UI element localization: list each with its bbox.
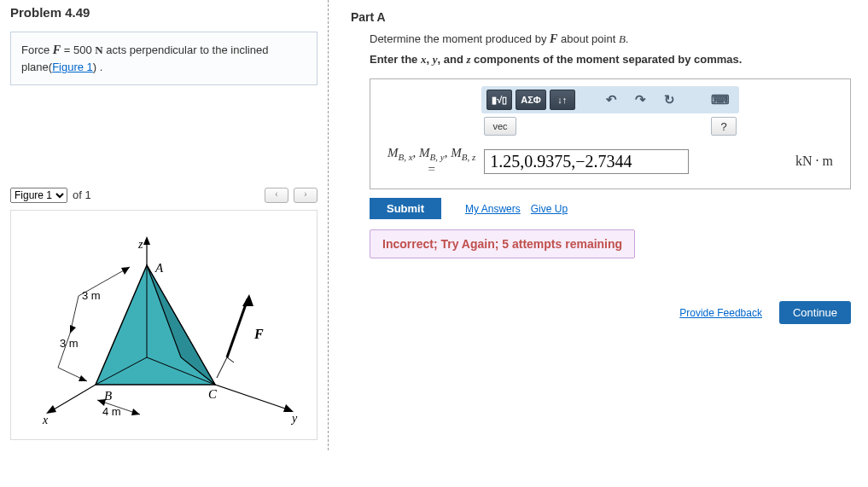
instruction-1: Determine the moment produced by F about… bbox=[370, 32, 851, 46]
figure-image: z x y F A B bbox=[10, 210, 317, 440]
keyboard-button[interactable]: ⌨ bbox=[707, 90, 734, 110]
force-symbol: F bbox=[53, 43, 61, 56]
svg-line-3 bbox=[50, 385, 96, 412]
template-button[interactable]: ▮√▯ bbox=[486, 90, 512, 110]
help-button[interactable]: ? bbox=[711, 117, 737, 136]
svg-text:3 m: 3 m bbox=[82, 289, 101, 302]
answer-box: ▮√▯ ΑΣΦ ↓↑ ↶ ↷ ↻ ⌨ vec ? MB, x, MB, y, M… bbox=[370, 78, 851, 189]
formula-toolbar: ▮√▯ ΑΣΦ ↓↑ ↶ ↷ ↻ ⌨ bbox=[481, 86, 739, 113]
continue-button[interactable]: Continue bbox=[779, 301, 851, 324]
subscript-arrows-button[interactable]: ↓↑ bbox=[550, 90, 575, 110]
svg-marker-23 bbox=[70, 325, 76, 333]
svg-line-6 bbox=[215, 385, 290, 410]
problem-title: Problem 4.49 bbox=[10, 5, 317, 20]
vec-button[interactable]: vec bbox=[484, 117, 516, 136]
svg-text:3 m: 3 m bbox=[60, 337, 79, 350]
my-answers-link[interactable]: My Answers bbox=[465, 203, 521, 215]
svg-text:x: x bbox=[42, 414, 49, 426]
problem-statement: Force F = 500 N acts perpendicular to th… bbox=[10, 32, 317, 85]
answer-units: kN · m bbox=[795, 154, 833, 169]
give-up-link[interactable]: Give Up bbox=[531, 203, 568, 215]
stmt-eq: = 500 bbox=[61, 43, 95, 56]
svg-marker-15 bbox=[242, 294, 253, 306]
svg-text:4 m: 4 m bbox=[102, 405, 121, 418]
svg-text:z: z bbox=[137, 238, 143, 251]
svg-marker-4 bbox=[46, 405, 56, 414]
reset-button[interactable]: ↻ bbox=[657, 90, 683, 110]
undo-button[interactable]: ↶ bbox=[599, 90, 625, 110]
instruction-2: Enter the x, y, and z components of the … bbox=[370, 53, 851, 67]
redo-button[interactable]: ↷ bbox=[628, 90, 654, 110]
svg-text:y: y bbox=[290, 412, 298, 425]
feedback-message: Incorrect; Try Again; 5 attempts remaini… bbox=[370, 229, 635, 258]
svg-line-14 bbox=[227, 299, 248, 357]
svg-marker-31 bbox=[131, 409, 140, 415]
provide-feedback-link[interactable]: Provide Feedback bbox=[679, 307, 762, 319]
figure-prev-button[interactable]: ‹ bbox=[265, 188, 288, 203]
svg-marker-7 bbox=[283, 404, 294, 412]
figure-count: of 1 bbox=[73, 188, 91, 201]
figure-next-button[interactable]: › bbox=[294, 188, 317, 203]
answer-input[interactable] bbox=[484, 149, 689, 174]
figure-link[interactable]: Figure 1 bbox=[52, 61, 93, 73]
force-unit: N bbox=[95, 43, 102, 56]
greek-button[interactable]: ΑΣΦ bbox=[516, 90, 546, 110]
stmt-end: ) . bbox=[93, 61, 103, 73]
stmt-text: Force bbox=[21, 43, 53, 56]
answer-lhs: MB, x, MB, y, MB, z= bbox=[387, 146, 475, 177]
figure-selector[interactable]: Figure 1 bbox=[10, 188, 67, 203]
submit-button[interactable]: Submit bbox=[370, 198, 441, 219]
svg-text:F: F bbox=[253, 327, 264, 341]
figure-nav: Figure 1 of 1 ‹ › bbox=[10, 188, 317, 203]
svg-text:C: C bbox=[208, 387, 218, 401]
svg-marker-27 bbox=[79, 375, 87, 381]
part-a-label: Part A bbox=[351, 10, 851, 24]
svg-marker-1 bbox=[143, 236, 150, 245]
svg-text:A: A bbox=[154, 261, 164, 275]
